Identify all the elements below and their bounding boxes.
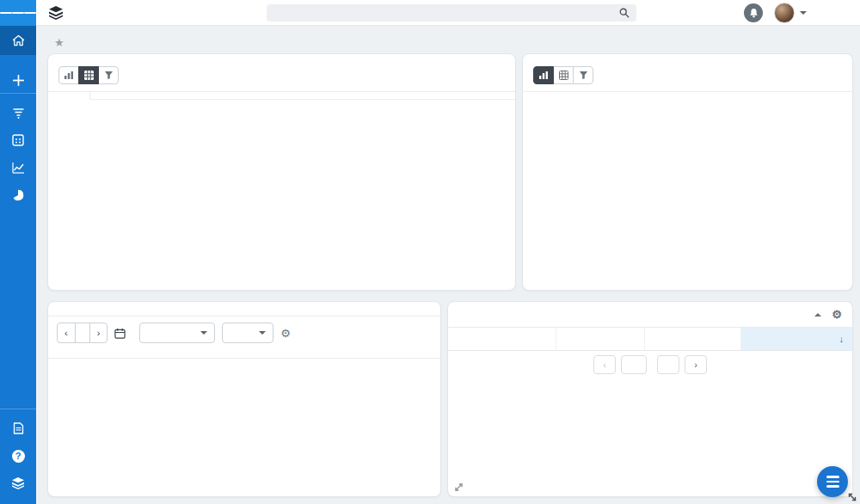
chevron-down-icon: [259, 331, 266, 335]
pie-chart-icon: [12, 189, 24, 201]
agenda-table: [48, 349, 440, 359]
sidebar-item-reports[interactable]: [0, 154, 36, 181]
line-chart-icon: [12, 162, 25, 174]
chart-view-button[interactable]: [533, 66, 554, 84]
filter-button[interactable]: [573, 66, 593, 84]
sidebar-item-docs[interactable]: [0, 415, 36, 442]
gear-icon[interactable]: ⚙: [832, 309, 842, 320]
users-select[interactable]: [222, 323, 273, 343]
sidebar-item-create[interactable]: [0, 67, 36, 93]
filter-icon: [104, 71, 114, 80]
bar-chart-icon: [64, 71, 74, 80]
sales-stage-group-header: [89, 92, 516, 100]
col-name[interactable]: [448, 328, 556, 351]
filter-icon: [579, 71, 588, 80]
table-view-button[interactable]: [78, 66, 99, 84]
document-icon: [13, 422, 24, 434]
chart-title: [523, 54, 852, 65]
leaderboard-dashlet: [47, 53, 516, 291]
escalations-header: ⚙: [448, 302, 852, 328]
narr-chart-dashlet: [522, 53, 853, 291]
leaderboard-table: [48, 92, 516, 100]
chevron-down-icon: [200, 331, 207, 335]
sidebar-item-sugar[interactable]: [0, 470, 36, 497]
page-title: ★: [47, 36, 64, 49]
sidebar-item-help[interactable]: ?: [0, 442, 36, 470]
resize-handle-icon[interactable]: [847, 492, 857, 502]
escalations-table: ↓: [448, 328, 852, 351]
plus-icon: [12, 74, 25, 87]
sidebar-item-home[interactable]: [0, 26, 36, 55]
bar-chart-icon: [538, 71, 549, 80]
seller-header: [48, 92, 89, 100]
global-search: [267, 4, 636, 22]
sugarcrm-logo[interactable]: [48, 6, 68, 20]
search-input[interactable]: [267, 8, 619, 18]
calendar-module-icon: [12, 134, 24, 146]
page-ellipsis-button[interactable]: [657, 355, 679, 374]
view-select[interactable]: [139, 323, 215, 343]
user-avatar[interactable]: [774, 3, 795, 23]
stack-icon: [11, 477, 25, 489]
sidebar-item-dashboards[interactable]: [0, 181, 36, 209]
collapse-chevron-up-icon[interactable]: [814, 313, 821, 317]
agenda-col-time: [139, 349, 230, 359]
agenda-title: [48, 302, 440, 317]
table-view-button[interactable]: [553, 66, 574, 84]
quick-actions-fab[interactable]: [817, 466, 848, 497]
grid-icon: [559, 71, 568, 80]
sidebar-item-calendar-module[interactable]: [0, 126, 36, 154]
notifications-bell-icon[interactable]: [744, 3, 763, 22]
left-sidebar: ?: [0, 26, 36, 504]
chart-legend: [523, 92, 852, 101]
col-narr-sorted[interactable]: ↓: [740, 328, 852, 351]
col-business-center[interactable]: [644, 328, 740, 351]
agenda-col-date: [48, 349, 139, 359]
agenda-toolbar: ‹ › ⚙: [48, 317, 440, 349]
leaderboard-title: [48, 54, 515, 65]
sort-desc-arrow-icon: ↓: [839, 334, 844, 344]
date-range-label[interactable]: [114, 328, 131, 339]
profile-chevron-down-icon[interactable]: [800, 11, 807, 15]
search-icon[interactable]: [619, 8, 630, 18]
stack-icon: [48, 6, 64, 20]
help-icon: ?: [12, 450, 25, 463]
filter-button[interactable]: [98, 66, 119, 84]
calendar-icon: [114, 328, 126, 339]
sidebar-item-filters[interactable]: [0, 99, 36, 126]
home-icon: [12, 34, 25, 46]
escalations-dashlet: ⚙ ↓ ‹ ›: [447, 301, 853, 497]
prev-day-button[interactable]: ‹: [57, 323, 76, 343]
filter-lines-icon: [12, 108, 25, 119]
top-navbar: [0, 0, 860, 26]
menu-icon[interactable]: [0, 0, 36, 26]
chart-toolbar: [523, 65, 852, 92]
favorite-star-icon[interactable]: ★: [54, 36, 64, 49]
grid-icon: [84, 71, 94, 80]
agenda-col-event: [230, 349, 440, 359]
narr-chart-svg: [527, 101, 848, 266]
page-number[interactable]: [621, 355, 647, 374]
col-escalated[interactable]: [556, 328, 644, 351]
page-next-button[interactable]: ›: [685, 355, 707, 374]
agenda-dashlet: ‹ › ⚙: [47, 301, 441, 497]
leaderboard-toolbar: [48, 65, 515, 92]
pagination: ‹ ›: [448, 351, 852, 378]
page-prev-button[interactable]: ‹: [593, 355, 616, 374]
next-day-button[interactable]: ›: [89, 323, 108, 343]
resize-handle-icon[interactable]: [454, 482, 464, 492]
sidebar-bottom-group: ?: [0, 409, 36, 504]
today-button[interactable]: [75, 323, 90, 343]
gear-icon[interactable]: ⚙: [280, 328, 291, 339]
chart-view-button[interactable]: [58, 66, 79, 84]
